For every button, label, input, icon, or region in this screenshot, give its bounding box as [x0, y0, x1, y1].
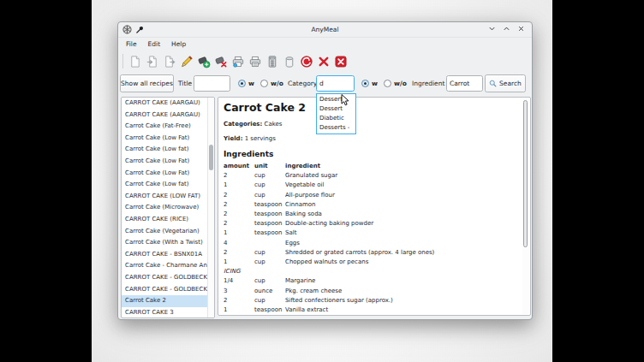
title-filter-label: Title: [178, 80, 192, 87]
add-recipe-icon[interactable]: [196, 54, 211, 68]
ingredient-unit: teaspoon: [254, 210, 285, 219]
recipe-list-item[interactable]: Carrot Cake 2: [122, 295, 208, 307]
category-filter-input[interactable]: d: [316, 75, 355, 92]
delete-recipe-icon[interactable]: [213, 54, 228, 68]
ingredient-name: Sifted confectioners sugar (approx.): [285, 296, 522, 306]
ingredients-table: amount unit ingredient 2 cup Granulated …: [224, 162, 522, 315]
close-icon[interactable]: [517, 25, 525, 33]
title-with-radio[interactable]: [238, 80, 246, 87]
ingredient-row: 2 teaspoon Double-acting baking powder: [224, 219, 522, 228]
new-recipe-icon[interactable]: [128, 54, 142, 68]
maximize-icon[interactable]: [503, 25, 510, 33]
database-icon[interactable]: [282, 54, 296, 68]
ingredient-amount: 1/4: [224, 276, 254, 286]
ingredient-unit: teaspoon: [254, 219, 285, 228]
recipe-list-item[interactable]: CARROT CAKE (LOW FAT): [122, 191, 208, 203]
ingredient-name: Cinnamon: [285, 200, 522, 210]
recipe-list-item[interactable]: CARROT CAKE (AARGAU): [122, 98, 208, 110]
ingredients-header-row: amount unit ingredient: [224, 162, 522, 171]
recipe-view[interactable]: Carrot Cake 2 Categories: Cakes Yield: 1…: [218, 97, 531, 316]
ingredient-amount: 2: [224, 296, 254, 306]
recipe-list-item[interactable]: Carrot Cake (Low fat): [122, 179, 208, 191]
desktop-background: AnyMeal FileEditHelp: [92, 0, 552, 362]
recipe-list-item[interactable]: Carrot Cake (Fat-Free): [122, 121, 208, 133]
ingredient-unit: [254, 267, 285, 276]
ingredient-row: 2 cup Shredded or grated carrots (approx…: [224, 248, 522, 258]
ingredient-row: ICING: [224, 267, 522, 276]
menu-item[interactable]: File: [126, 40, 137, 48]
ingredient-unit: cup: [254, 248, 285, 258]
recipe-title: Carrot Cake 2: [224, 101, 522, 114]
ingredient-unit: cup: [254, 276, 285, 286]
title-without-label: w/o: [271, 80, 283, 87]
recipe-list[interactable]: CARROT CAKE (AARGAU)CARROT CAKE (AARGAU)…: [121, 97, 215, 318]
title-without-radio[interactable]: [260, 80, 268, 87]
recipe-view-scrollbar[interactable]: [522, 98, 529, 314]
ingredient-filter-label: Ingredient: [412, 80, 444, 87]
recipe-list-scrollbar[interactable]: [207, 98, 214, 317]
category-without-radio[interactable]: [384, 80, 391, 87]
recipe-list-item[interactable]: CARROT CAKE 3: [122, 307, 208, 318]
ingredient-amount: 2: [224, 219, 254, 228]
yield-label: Yield:: [224, 135, 242, 142]
quit-icon[interactable]: [333, 54, 348, 68]
ingredient-unit: ounce: [254, 287, 285, 296]
menu-item[interactable]: Help: [171, 40, 186, 48]
ingredient-unit: cup: [254, 258, 285, 267]
print-recipe-icon[interactable]: [230, 54, 245, 68]
edit-recipe-icon[interactable]: [179, 54, 194, 68]
recipe-view-scrollbar-thumb[interactable]: [523, 100, 528, 247]
show-all-recipes-button[interactable]: Show all recipes: [120, 74, 174, 92]
ingredient-amount: 1: [224, 228, 254, 238]
calculator-icon[interactable]: [265, 54, 279, 68]
window-title: AnyMeal: [118, 26, 532, 33]
ingredient-filter-input[interactable]: Carrot: [446, 75, 483, 92]
recipe-list-item[interactable]: Carrot Cake (With a Twist): [122, 237, 208, 249]
menu-item[interactable]: Edit: [148, 40, 161, 48]
ingredient-amount: 1: [224, 306, 254, 315]
ingredient-amount: 4: [224, 239, 254, 248]
recipe-list-item[interactable]: Carrot Cake (Low Fat): [122, 133, 208, 145]
export-recipes-icon[interactable]: [162, 54, 176, 68]
recipe-list-item[interactable]: Carrot Cake (Low fat): [122, 144, 208, 156]
ingredient-unit: teaspoon: [254, 306, 285, 315]
recipe-list-item[interactable]: Carrot Cake (Low Fat): [122, 168, 208, 180]
recipe-categories: Categories: Cakes: [224, 121, 522, 128]
import-recipes-icon[interactable]: [145, 54, 159, 68]
title-filter-input[interactable]: [194, 75, 230, 92]
recipe-list-item[interactable]: Carrot Cake (Low Fat): [122, 156, 208, 168]
cancel-icon[interactable]: [316, 54, 331, 68]
ingredients-heading: Ingredients: [224, 150, 522, 159]
titlebar[interactable]: AnyMeal: [118, 22, 532, 38]
recipe-list-item[interactable]: CARROT CAKE - GOLDBECK: [122, 272, 208, 284]
recipe-list-item[interactable]: CARROT CAKE (AARGAU): [122, 110, 208, 122]
minimize-icon[interactable]: [488, 25, 496, 33]
recipe-list-scrollbar-thumb[interactable]: [209, 145, 213, 170]
ingredient-name: Vegetable oil: [285, 181, 522, 190]
recipe-list-item[interactable]: CARROT CAKE - GOLDBECK: [122, 284, 208, 296]
discard-icon[interactable]: [299, 54, 313, 68]
ingredient-row: 1 teaspoon Vanilla extract: [224, 306, 522, 315]
recipe-list-item[interactable]: CARROT CAKE (RICE): [122, 214, 208, 226]
recipe-list-item[interactable]: Carrot Cake (Vegetarian): [122, 226, 208, 238]
ingredient-row: 2 teaspoon Cinnamon: [224, 200, 522, 210]
ingredient-unit: cup: [254, 296, 285, 306]
ingredient-row: 2 teaspoon Baking soda: [224, 210, 522, 219]
ingredient-column-header: ingredient: [285, 162, 522, 171]
ingredient-name: Vanilla extract: [285, 306, 522, 315]
search-button-label: Search: [499, 80, 522, 87]
mouse-cursor: [341, 94, 350, 107]
recipe-list-item[interactable]: Carrot Cake - Charmane An...: [122, 260, 208, 272]
category-filter-label: Category: [288, 80, 317, 87]
recipe-list-item[interactable]: Carrot Cake (Microwave): [122, 202, 208, 214]
toolbar-handle[interactable]: [122, 54, 123, 68]
categories-value: Cakes: [265, 121, 283, 128]
print-preview-icon[interactable]: [247, 54, 262, 68]
recipe-list-item[interactable]: CARROT CAKE - BSNX01A: [122, 249, 208, 261]
category-suggestion-item[interactable]: Desserts -: [317, 123, 355, 133]
category-suggestion-item[interactable]: Diabetic: [317, 114, 355, 123]
search-button[interactable]: Search: [485, 74, 526, 92]
category-with-radio[interactable]: [361, 80, 369, 87]
ingredient-amount: 2: [224, 200, 254, 210]
ingredient-amount: 2: [224, 248, 254, 258]
